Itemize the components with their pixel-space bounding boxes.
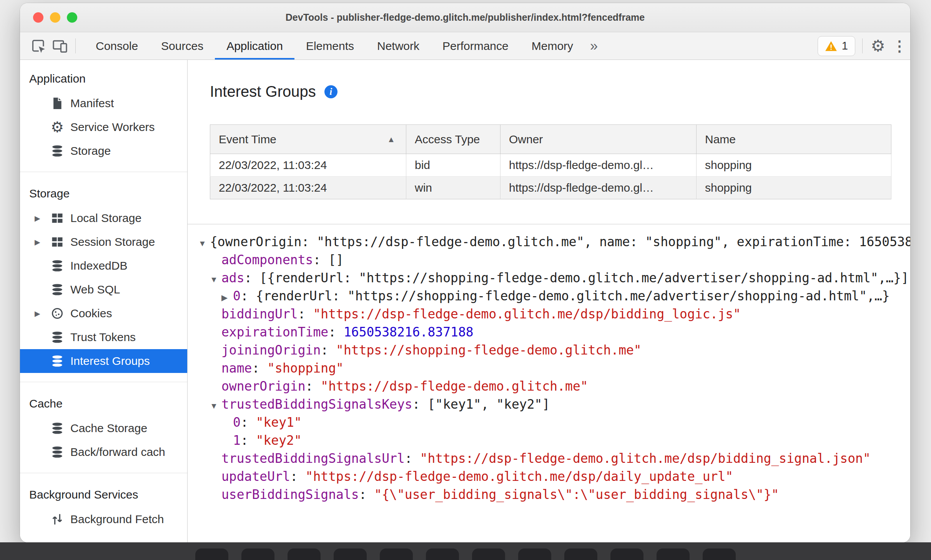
sidebar-item-label: Web SQL bbox=[70, 283, 120, 296]
tab-performance[interactable]: Performance bbox=[431, 32, 520, 60]
tree-token-plain: : bbox=[321, 343, 336, 358]
column-header-owner[interactable]: Owner bbox=[500, 125, 697, 154]
sidebar-item-session-storage[interactable]: ▶Session Storage bbox=[20, 230, 187, 254]
tab-application[interactable]: Application bbox=[215, 32, 294, 60]
kebab-menu-icon[interactable]: ⋮ bbox=[889, 35, 910, 57]
more-tabs-icon[interactable]: » bbox=[585, 38, 603, 54]
issues-warning-badge[interactable]: 1 bbox=[818, 36, 855, 56]
tree-token-string: "https://dsp-fledge-demo.glitch.me/dsp/b… bbox=[420, 451, 871, 466]
tree-token-string: "key2" bbox=[256, 433, 302, 448]
tree-token-string: "https://dsp-fledge-demo.glitch.me/dsp/d… bbox=[306, 469, 733, 484]
sidebar-item-cookies[interactable]: ▶Cookies bbox=[20, 302, 187, 325]
cookie-icon bbox=[51, 307, 64, 320]
sidebar-item-web-sql[interactable]: Web SQL bbox=[20, 278, 187, 302]
sidebar-item-trust-tokens[interactable]: Trust Tokens bbox=[20, 325, 187, 349]
dock-icon-shadow bbox=[703, 548, 736, 560]
sidebar-item-label: Background Fetch bbox=[70, 513, 164, 526]
column-header-name[interactable]: Name bbox=[697, 125, 891, 154]
sort-ascending-icon: ▲ bbox=[387, 135, 395, 144]
inspect-element-icon[interactable] bbox=[28, 35, 49, 57]
storage-stack-icon bbox=[51, 331, 64, 344]
panel-header: Interest Groups i bbox=[188, 60, 910, 100]
info-icon[interactable]: i bbox=[324, 85, 337, 98]
tab-console[interactable]: Console bbox=[84, 32, 150, 60]
application-sidebar: ApplicationManifest⚙Service WorkersStora… bbox=[20, 60, 188, 542]
sidebar-item-background-fetch[interactable]: Background Fetch bbox=[20, 507, 187, 531]
sidebar-item-local-storage[interactable]: ▶Local Storage bbox=[20, 206, 187, 230]
cell-name: shopping bbox=[697, 177, 891, 199]
collapse-arrow-icon[interactable]: ▼ bbox=[210, 270, 221, 288]
sidebar-item-manifest[interactable]: Manifest bbox=[20, 91, 187, 115]
column-header-access-type[interactable]: Access Type bbox=[406, 125, 500, 154]
tab-memory[interactable]: Memory bbox=[520, 32, 585, 60]
sidebar-divider bbox=[20, 473, 187, 473]
column-header-event-time[interactable]: Event Time▲ bbox=[210, 125, 406, 154]
expander-arrow-icon[interactable]: ▶ bbox=[35, 214, 51, 223]
tree-line: userBiddingSignals: "{\"user_bidding_sig… bbox=[198, 485, 910, 504]
settings-gear-icon[interactable]: ⚙ bbox=[867, 35, 889, 57]
sidebar-item-indexeddb[interactable]: IndexedDB bbox=[20, 254, 187, 278]
sidebar-section-title-cache: Cache bbox=[20, 391, 187, 416]
sidebar-item-label: Cookies bbox=[70, 307, 112, 320]
zoom-button[interactable] bbox=[67, 12, 77, 23]
tree-token-key: trustedBiddingSignalsKeys bbox=[221, 397, 412, 412]
tree-line: adComponents: [] bbox=[198, 251, 910, 269]
sidebar-item-interest-groups[interactable]: Interest Groups bbox=[20, 349, 187, 373]
sidebar-item-service-workers[interactable]: ⚙Service Workers bbox=[20, 115, 187, 139]
tree-token-key: trustedBiddingSignalsUrl bbox=[221, 451, 405, 466]
collapse-arrow-icon[interactable]: ▼ bbox=[198, 234, 210, 252]
device-toolbar-icon[interactable] bbox=[49, 35, 71, 57]
column-label: Access Type bbox=[415, 133, 480, 146]
close-button[interactable] bbox=[33, 12, 43, 23]
toolbar-separator bbox=[75, 38, 76, 53]
table-row[interactable]: 22/03/2022, 11:03:24winhttps://dsp-fledg… bbox=[210, 177, 891, 199]
storage-stack-icon bbox=[51, 283, 64, 296]
expander-arrow-icon[interactable]: ▶ bbox=[35, 238, 51, 247]
tree-token-key: adComponents bbox=[221, 252, 313, 267]
collapse-arrow-icon[interactable]: ▼ bbox=[210, 397, 221, 415]
tree-token-string: "{\"user_bidding_signals\":\"user_biddin… bbox=[374, 487, 779, 502]
sidebar-item-cache-storage[interactable]: Cache Storage bbox=[20, 416, 187, 440]
dock-icon-shadow bbox=[426, 548, 459, 560]
tree-line: ▼trustedBiddingSignalsKeys: ["key1", "ke… bbox=[198, 395, 910, 413]
cell-event-time: 22/03/2022, 11:03:24 bbox=[210, 177, 406, 199]
tab-network[interactable]: Network bbox=[366, 32, 431, 60]
tree-token-key: biddingUrl bbox=[221, 307, 298, 321]
tree-token-key: expirationTime bbox=[221, 325, 328, 340]
cell-access-type: bid bbox=[406, 154, 500, 177]
tree-token-plain: {ownerOrigin: "https://dsp-fledge-demo.g… bbox=[210, 234, 910, 249]
storage-stack-icon bbox=[51, 144, 64, 157]
titlebar[interactable]: DevTools - publisher-fledge-demo.glitch.… bbox=[20, 3, 910, 32]
storage-stack-icon bbox=[51, 422, 64, 435]
minimize-button[interactable] bbox=[50, 12, 60, 23]
tree-token-plain: : {renderUrl: "https://shopping-fledge-d… bbox=[241, 288, 890, 303]
column-label: Name bbox=[705, 133, 736, 146]
cell-owner: https://dsp-fledge-demo.gl… bbox=[500, 154, 697, 177]
tab-elements[interactable]: Elements bbox=[294, 32, 366, 60]
tree-token-key: name bbox=[221, 361, 252, 376]
sidebar-item-back-forward-cach[interactable]: Back/forward cach bbox=[20, 440, 187, 464]
panel-tabs: ConsoleSourcesApplicationElementsNetwork… bbox=[84, 32, 585, 60]
table-row[interactable]: 22/03/2022, 11:03:24bidhttps://dsp-fledg… bbox=[210, 154, 891, 177]
tree-token-plain: : [] bbox=[313, 252, 343, 267]
tree-token-plain: : [{renderUrl: "https://shopping-fledge-… bbox=[244, 270, 909, 285]
sidebar-item-label: Back/forward cach bbox=[70, 446, 165, 459]
sidebar-item-label: Interest Groups bbox=[70, 355, 150, 368]
tree-token-plain: : bbox=[252, 361, 267, 376]
interest-groups-table: Event Time▲Access TypeOwnerName22/03/202… bbox=[210, 124, 891, 199]
column-label: Owner bbox=[509, 133, 543, 146]
sidebar-item-label: Cache Storage bbox=[70, 422, 147, 435]
sidebar-divider bbox=[20, 382, 187, 382]
page-title: Interest Groups bbox=[210, 83, 316, 100]
expander-arrow-icon[interactable]: ▶ bbox=[35, 309, 51, 318]
expand-arrow-icon[interactable]: ▶ bbox=[221, 288, 233, 307]
warning-count: 1 bbox=[842, 40, 848, 52]
tree-token-string: "https://dsp-fledge-demo.glitch.me" bbox=[321, 379, 588, 394]
datagrid-icon bbox=[51, 212, 64, 225]
dock-icon-shadow bbox=[241, 548, 274, 560]
devtools-window: DevTools - publisher-fledge-demo.glitch.… bbox=[20, 3, 910, 542]
sidebar-item-storage[interactable]: Storage bbox=[20, 139, 187, 163]
tab-sources[interactable]: Sources bbox=[150, 32, 215, 60]
sidebar-item-label: IndexedDB bbox=[70, 259, 127, 272]
dock-icon-shadow bbox=[472, 548, 505, 560]
